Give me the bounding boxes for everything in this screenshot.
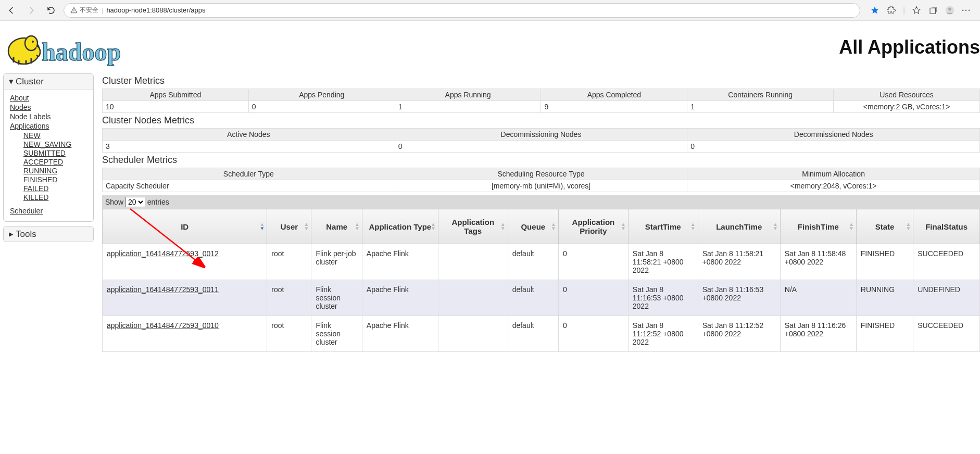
table-row: application_1641484772593_0011rootFlink …: [103, 280, 980, 316]
back-button[interactable]: [4, 3, 19, 18]
forward-button[interactable]: [24, 3, 39, 18]
td-apps-pending: 0: [248, 101, 395, 113]
sidebar-link-running[interactable]: RUNNING: [23, 167, 87, 175]
td-active-nodes: 3: [103, 141, 395, 153]
sidebar-cluster-header[interactable]: ▾ Cluster: [4, 74, 93, 90]
url-text: hadoop-node1:8088/cluster/apps: [106, 6, 205, 14]
cell-launch: Sat Jan 8 11:16:53 +0800 2022: [698, 280, 780, 316]
td-apps-completed: 9: [541, 101, 687, 113]
decommissioning-link[interactable]: 0: [398, 142, 403, 150]
entries-select[interactable]: 20: [125, 197, 145, 207]
sidebar-link-failed[interactable]: FAILED: [23, 184, 87, 193]
sidebar-link-submitted[interactable]: SUBMITTED: [23, 149, 87, 157]
cell-user: root: [267, 280, 311, 316]
cell-queue: default: [508, 280, 558, 316]
cell-type: Apache Flink: [362, 280, 438, 316]
th-user[interactable]: User▲▼: [267, 209, 311, 244]
extension-icon[interactable]: [886, 5, 897, 16]
td-apps-submitted: 10: [103, 101, 249, 113]
sidebar-link-new-saving[interactable]: NEW_SAVING: [23, 140, 87, 148]
td-resource-type: [memory-mb (unit=Mi), vcores]: [395, 180, 687, 192]
hadoop-logo: hadoop: [4, 25, 160, 69]
active-nodes-link[interactable]: 3: [106, 142, 110, 150]
sidebar-link-finished[interactable]: FINISHED: [23, 175, 87, 184]
cell-type: Apache Flink: [362, 244, 438, 280]
th-scheduler-type[interactable]: Scheduler Type: [103, 168, 395, 180]
insecure-icon: 不安全: [70, 6, 98, 15]
th-decommissioning[interactable]: Decommissioning Nodes: [395, 129, 687, 141]
th-min-allocation[interactable]: Minimum Allocation: [687, 168, 980, 180]
refresh-button[interactable]: [44, 3, 58, 18]
show-label: Show: [105, 198, 123, 206]
nodes-metrics-heading: Cluster Nodes Metrics: [102, 115, 980, 126]
sidebar-link-scheduler[interactable]: Scheduler: [10, 207, 87, 215]
cell-state: FINISHED: [856, 244, 913, 280]
th-state[interactable]: State▲▼: [856, 209, 913, 244]
menu-icon[interactable]: ···: [961, 5, 972, 16]
app-id-link[interactable]: application_1641484772593_0010: [107, 321, 219, 330]
sidebar-link-node-labels[interactable]: Node Labels: [10, 112, 87, 121]
sidebar-link-nodes[interactable]: Nodes: [10, 103, 87, 111]
cell-priority: 0: [558, 244, 628, 280]
th-priority[interactable]: Application Priority▲▼: [558, 209, 628, 244]
profile-icon[interactable]: [945, 5, 955, 16]
insecure-label: 不安全: [80, 6, 98, 15]
th-app-tags[interactable]: Application Tags▲▼: [438, 209, 508, 244]
sidebar-link-about[interactable]: About: [10, 94, 87, 102]
svg-point-4: [948, 7, 951, 10]
cell-priority: 0: [558, 316, 628, 352]
td-scheduler-type: Capacity Scheduler: [103, 180, 395, 192]
sidebar-link-new[interactable]: NEW: [23, 131, 87, 140]
th-active-nodes[interactable]: Active Nodes: [103, 129, 395, 141]
cell-finish: N/A: [780, 280, 856, 316]
cell-id: application_1641484772593_0011: [103, 280, 267, 316]
th-apps-running[interactable]: Apps Running: [395, 89, 541, 101]
scheduler-metrics-heading: Scheduler Metrics: [102, 155, 980, 166]
main-content: Cluster Metrics Apps Submitted Apps Pend…: [94, 73, 980, 352]
table-row: application_1641484772593_0012rootFlink …: [103, 244, 980, 280]
favorites-icon[interactable]: [911, 5, 922, 16]
th-launch[interactable]: LaunchTime▲▼: [698, 209, 780, 244]
sidebar-tools-header[interactable]: ▸ Tools: [4, 226, 93, 242]
th-app-type[interactable]: Application Type▲▼: [362, 209, 438, 244]
app-id-link[interactable]: application_1641484772593_0012: [107, 249, 219, 258]
sidebar-link-killed[interactable]: KILLED: [23, 193, 87, 201]
th-apps-pending[interactable]: Apps Pending: [248, 89, 395, 101]
collections-icon[interactable]: [928, 5, 938, 16]
cluster-metrics-table: Apps Submitted Apps Pending Apps Running…: [102, 89, 980, 113]
cell-user: root: [267, 244, 311, 280]
cell-name: Flink session cluster: [311, 316, 362, 352]
th-name[interactable]: Name▲▼: [311, 209, 362, 244]
cell-user: root: [267, 316, 311, 352]
th-used-resources[interactable]: Used Resources: [834, 89, 980, 101]
th-finish[interactable]: FinishTime▲▼: [780, 209, 856, 244]
th-queue[interactable]: Queue▲▼: [508, 209, 558, 244]
cell-launch: Sat Jan 8 11:12:52 +0800 2022: [698, 316, 780, 352]
th-containers-running[interactable]: Containers Running: [687, 89, 834, 101]
browser-actions: | ···: [865, 5, 976, 16]
page-header: hadoop All Applications: [0, 21, 980, 73]
th-apps-completed[interactable]: Apps Completed: [541, 89, 687, 101]
cell-state: FINISHED: [856, 316, 913, 352]
collapse-icon: ▾: [9, 76, 14, 87]
cell-queue: default: [508, 316, 558, 352]
app-id-link[interactable]: application_1641484772593_0011: [107, 285, 219, 294]
cell-type: Apache Flink: [362, 316, 438, 352]
th-apps-submitted[interactable]: Apps Submitted: [103, 89, 249, 101]
address-bar[interactable]: 不安全 | hadoop-node1:8088/cluster/apps: [64, 3, 860, 18]
th-id[interactable]: ID▲▼: [103, 209, 267, 244]
bookmark-icon[interactable]: [870, 5, 880, 16]
th-start[interactable]: StartTime▲▼: [628, 209, 698, 244]
td-min-allocation: <memory:2048, vCores:1>: [687, 180, 980, 192]
cell-start: Sat Jan 8 11:12:52 +0800 2022: [628, 316, 698, 352]
applications-table: ID▲▼ User▲▼ Name▲▼ Application Type▲▼ Ap…: [102, 209, 980, 352]
svg-point-6: [25, 36, 37, 51]
th-resource-type[interactable]: Scheduling Resource Type: [395, 168, 687, 180]
th-decommissioned[interactable]: Decommissioned Nodes: [687, 129, 980, 141]
cell-tags: [438, 244, 508, 280]
sidebar-link-applications[interactable]: Applications: [10, 122, 87, 130]
cell-name: Flink session cluster: [311, 280, 362, 316]
decommissioned-link[interactable]: 0: [690, 142, 695, 150]
th-final[interactable]: FinalStatus: [913, 209, 980, 244]
sidebar-link-accepted[interactable]: ACCEPTED: [23, 158, 87, 166]
